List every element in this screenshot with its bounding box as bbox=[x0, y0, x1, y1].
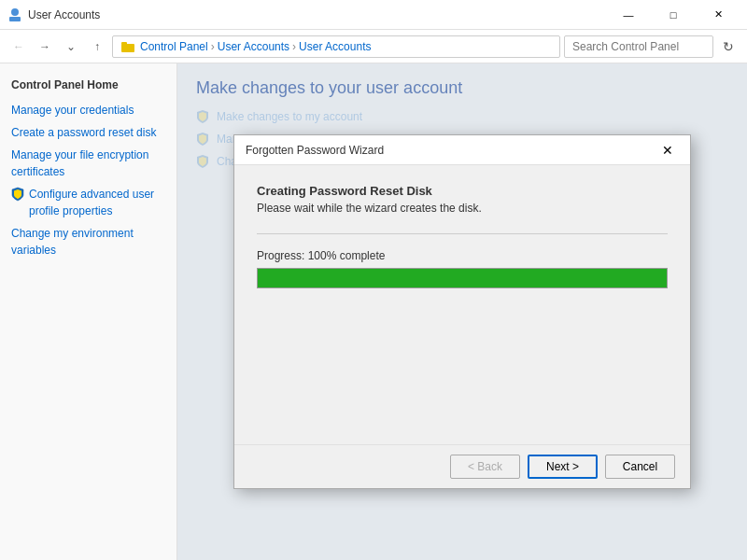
dialog-close-button[interactable]: ✕ bbox=[656, 139, 679, 161]
dialog: Forgotten Password Wizard ✕ Creating Pas… bbox=[233, 134, 691, 489]
svg-rect-2 bbox=[121, 44, 134, 52]
dialog-title-text: Forgotten Password Wizard bbox=[246, 144, 656, 157]
svg-point-0 bbox=[11, 8, 19, 16]
address-bar: ← → ⌄ ↑ Control Panel › User Accounts › … bbox=[0, 30, 747, 63]
cancel-button[interactable]: Cancel bbox=[605, 455, 675, 479]
path-user-accounts-2[interactable]: User Accounts bbox=[299, 40, 371, 53]
dialog-heading: Creating Password Reset Disk bbox=[257, 184, 668, 198]
sidebar-section-title: Control Panel Home bbox=[0, 75, 176, 99]
shield-icon bbox=[11, 187, 24, 202]
sidebar-item-manage-credentials[interactable]: Manage your credentials bbox=[0, 99, 176, 121]
window-close-button[interactable]: ✕ bbox=[697, 1, 740, 29]
recent-pages-button[interactable]: ⌄ bbox=[60, 35, 82, 58]
title-bar: User Accounts — □ ✕ bbox=[0, 0, 747, 30]
window-controls: — □ ✕ bbox=[607, 1, 740, 29]
modal-overlay: Forgotten Password Wizard ✕ Creating Pas… bbox=[177, 63, 747, 560]
sidebar-item-manage-encryption[interactable]: Manage your file encryption certificates bbox=[0, 144, 176, 183]
dialog-subtext: Please wait while the wizard creates the… bbox=[257, 202, 668, 215]
minimize-button[interactable]: — bbox=[607, 1, 650, 29]
svg-rect-1 bbox=[9, 17, 21, 21]
progress-label: Progress: 100% complete bbox=[257, 249, 668, 262]
path-user-accounts-1[interactable]: User Accounts bbox=[218, 40, 289, 53]
dialog-footer: < Back Next > Cancel bbox=[234, 444, 690, 488]
back-button[interactable]: ← bbox=[7, 35, 30, 58]
path-control-panel[interactable]: Control Panel bbox=[140, 40, 208, 53]
sidebar: Control Panel Home Manage your credentia… bbox=[0, 63, 177, 560]
svg-rect-3 bbox=[121, 42, 127, 45]
window-title: User Accounts bbox=[28, 8, 100, 21]
search-input[interactable] bbox=[564, 35, 713, 58]
dialog-divider bbox=[257, 233, 668, 234]
sidebar-item-configure-advanced[interactable]: Configure advanced user profile properti… bbox=[0, 183, 176, 222]
back-button[interactable]: < Back bbox=[450, 455, 520, 479]
address-path[interactable]: Control Panel › User Accounts › User Acc… bbox=[112, 35, 560, 58]
up-button[interactable]: ↑ bbox=[86, 35, 108, 58]
progress-bar-fill bbox=[258, 269, 667, 287]
progress-bar-track bbox=[257, 268, 668, 288]
next-button[interactable]: Next > bbox=[528, 455, 598, 479]
window-icon bbox=[7, 7, 22, 22]
forward-button[interactable]: → bbox=[34, 35, 56, 58]
content-area: Make changes to your user account Make c… bbox=[177, 63, 747, 560]
dialog-body: Creating Password Reset Disk Please wait… bbox=[234, 165, 690, 444]
sidebar-item-change-env[interactable]: Change my environment variables bbox=[0, 222, 176, 261]
maximize-button[interactable]: □ bbox=[652, 1, 695, 29]
refresh-button[interactable]: ↻ bbox=[717, 35, 740, 58]
main-layout: Control Panel Home Manage your credentia… bbox=[0, 63, 747, 560]
sidebar-item-create-password-reset[interactable]: Create a password reset disk bbox=[0, 121, 176, 144]
dialog-title-bar: Forgotten Password Wizard ✕ bbox=[234, 135, 690, 165]
